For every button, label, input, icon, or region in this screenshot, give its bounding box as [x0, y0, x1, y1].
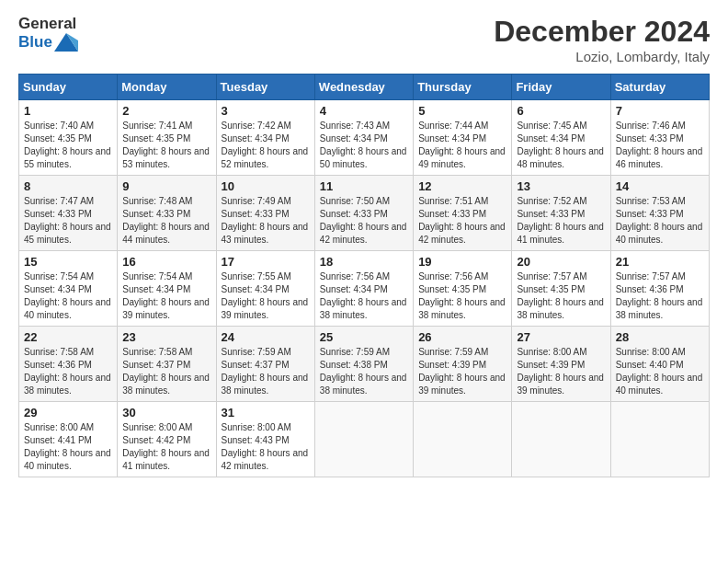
- table-row: 8 Sunrise: 7:47 AMSunset: 4:33 PMDayligh…: [19, 176, 118, 251]
- empty-cell: [314, 402, 413, 477]
- table-row: 15 Sunrise: 7:54 AMSunset: 4:34 PMDaylig…: [19, 251, 118, 327]
- logo-content: General Blue: [18, 15, 78, 52]
- logo: General Blue: [18, 15, 78, 52]
- table-row: 31 Sunrise: 8:00 AMSunset: 4:43 PMDaylig…: [216, 402, 314, 477]
- table-row: 26 Sunrise: 7:59 AMSunset: 4:39 PMDaylig…: [414, 327, 512, 402]
- table-row: 24 Sunrise: 7:59 AMSunset: 4:37 PMDaylig…: [216, 327, 314, 402]
- table-row: 2 Sunrise: 7:41 AMSunset: 4:35 PMDayligh…: [118, 100, 216, 176]
- table-row: 9 Sunrise: 7:48 AMSunset: 4:33 PMDayligh…: [118, 176, 216, 251]
- table-row: 19 Sunrise: 7:56 AMSunset: 4:35 PMDaylig…: [414, 251, 512, 327]
- calendar-header-row: Sunday Monday Tuesday Wednesday Thursday…: [19, 75, 710, 100]
- table-row: 27 Sunrise: 8:00 AMSunset: 4:39 PMDaylig…: [512, 327, 610, 402]
- logo-text: General Blue: [18, 15, 78, 52]
- table-row: 29 Sunrise: 8:00 AMSunset: 4:41 PMDaylig…: [19, 402, 118, 477]
- table-row: 6 Sunrise: 7:45 AMSunset: 4:34 PMDayligh…: [512, 100, 610, 176]
- calendar-week-row: 29 Sunrise: 8:00 AMSunset: 4:41 PMDaylig…: [19, 402, 710, 477]
- header: General Blue December 2024 Lozio, Lombar…: [18, 15, 710, 64]
- location: Lozio, Lombardy, Italy: [494, 49, 710, 64]
- col-monday: Monday: [118, 75, 216, 100]
- table-row: 11 Sunrise: 7:50 AMSunset: 4:33 PMDaylig…: [314, 176, 413, 251]
- empty-cell: [610, 402, 709, 477]
- col-thursday: Thursday: [414, 75, 512, 100]
- table-row: 10 Sunrise: 7:49 AMSunset: 4:33 PMDaylig…: [216, 176, 314, 251]
- title-block: December 2024 Lozio, Lombardy, Italy: [494, 15, 710, 64]
- col-wednesday: Wednesday: [314, 75, 413, 100]
- table-row: 25 Sunrise: 7:59 AMSunset: 4:38 PMDaylig…: [314, 327, 413, 402]
- col-friday: Friday: [512, 75, 610, 100]
- logo-icon: [54, 33, 78, 52]
- empty-cell: [512, 402, 610, 477]
- page: General Blue December 2024 Lozio, Lombar…: [0, 0, 728, 487]
- table-row: 21 Sunrise: 7:57 AMSunset: 4:36 PMDaylig…: [610, 251, 709, 327]
- table-row: 17 Sunrise: 7:55 AMSunset: 4:34 PMDaylig…: [216, 251, 314, 327]
- table-row: 30 Sunrise: 8:00 AMSunset: 4:42 PMDaylig…: [118, 402, 216, 477]
- empty-cell: [414, 402, 512, 477]
- col-sunday: Sunday: [19, 75, 118, 100]
- calendar-week-row: 15 Sunrise: 7:54 AMSunset: 4:34 PMDaylig…: [19, 251, 710, 327]
- table-row: 18 Sunrise: 7:56 AMSunset: 4:34 PMDaylig…: [314, 251, 413, 327]
- table-row: 3 Sunrise: 7:42 AMSunset: 4:34 PMDayligh…: [216, 100, 314, 176]
- table-row: 16 Sunrise: 7:54 AMSunset: 4:34 PMDaylig…: [118, 251, 216, 327]
- table-row: 23 Sunrise: 7:58 AMSunset: 4:37 PMDaylig…: [118, 327, 216, 402]
- col-saturday: Saturday: [610, 75, 709, 100]
- calendar: Sunday Monday Tuesday Wednesday Thursday…: [18, 74, 710, 477]
- table-row: 7 Sunrise: 7:46 AMSunset: 4:33 PMDayligh…: [610, 100, 709, 176]
- table-row: 4 Sunrise: 7:43 AMSunset: 4:34 PMDayligh…: [314, 100, 413, 176]
- calendar-week-row: 22 Sunrise: 7:58 AMSunset: 4:36 PMDaylig…: [19, 327, 710, 402]
- table-row: 28 Sunrise: 8:00 AMSunset: 4:40 PMDaylig…: [610, 327, 709, 402]
- table-row: 22 Sunrise: 7:58 AMSunset: 4:36 PMDaylig…: [19, 327, 118, 402]
- calendar-week-row: 1 Sunrise: 7:40 AMSunset: 4:35 PMDayligh…: [19, 100, 710, 176]
- table-row: 5 Sunrise: 7:44 AMSunset: 4:34 PMDayligh…: [414, 100, 512, 176]
- table-row: 1 Sunrise: 7:40 AMSunset: 4:35 PMDayligh…: [19, 100, 118, 176]
- col-tuesday: Tuesday: [216, 75, 314, 100]
- table-row: 13 Sunrise: 7:52 AMSunset: 4:33 PMDaylig…: [512, 176, 610, 251]
- table-row: 14 Sunrise: 7:53 AMSunset: 4:33 PMDaylig…: [610, 176, 709, 251]
- table-row: 12 Sunrise: 7:51 AMSunset: 4:33 PMDaylig…: [414, 176, 512, 251]
- month-title: December 2024: [494, 15, 710, 49]
- table-row: 20 Sunrise: 7:57 AMSunset: 4:35 PMDaylig…: [512, 251, 610, 327]
- calendar-week-row: 8 Sunrise: 7:47 AMSunset: 4:33 PMDayligh…: [19, 176, 710, 251]
